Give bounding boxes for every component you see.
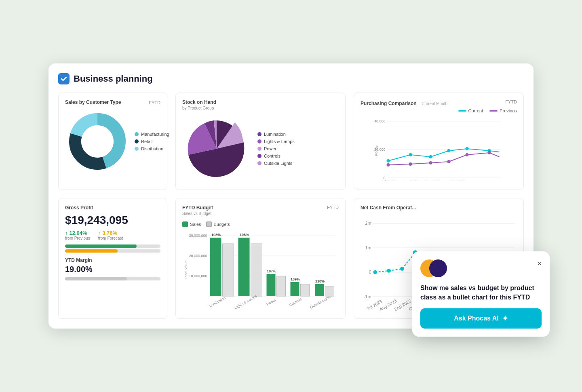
progress-bar-green (65, 244, 160, 248)
lights-lamps-dot (257, 139, 261, 143)
progress-bars (65, 244, 160, 253)
ai-popup: × Show me sales vs budget by product cla… (412, 251, 550, 337)
svg-text:Power: Power (266, 298, 276, 306)
bar-outside-sales (315, 284, 324, 296)
svg-point-16 (466, 147, 469, 150)
donut-chart (65, 109, 130, 174)
gross-amount: $19,243,095 (65, 214, 160, 227)
sales-legend-item: Sales (182, 221, 201, 227)
netcash-title: Net Cash From Operat... (361, 205, 517, 211)
metric-previous: ↑ 12.04% from Previous (65, 230, 90, 240)
progress-fill-green (65, 244, 137, 248)
sales-legend: Manufacturing Retail Distribution (135, 132, 169, 151)
controls-dot (257, 154, 261, 158)
legend-retail: Retail (135, 139, 169, 144)
metric-forecast-value: ↑ 3.76% (98, 230, 123, 236)
close-button[interactable]: × (537, 259, 542, 268)
previous-line (489, 110, 498, 112)
purchasing-title: Purchasing Comparison (361, 101, 417, 106)
svg-text:40,000: 40,000 (374, 119, 386, 123)
svg-text:Sep 2023: Sep 2023 (425, 180, 441, 181)
bar-power-sales (267, 274, 276, 296)
sales-color-box (182, 221, 188, 227)
svg-text:10,000,000: 10,000,000 (189, 274, 207, 278)
svg-point-13 (409, 153, 412, 156)
svg-text:-1m: -1m (364, 294, 371, 299)
svg-point-4 (81, 125, 114, 158)
bar-power-budget (277, 276, 286, 296)
bar-lights-sales (238, 238, 250, 296)
legend-lights-lamps: Lights & Lamps (257, 139, 295, 144)
svg-text:0: 0 (383, 176, 385, 180)
budgets-legend-item: Budgets (206, 221, 230, 227)
legend-power: Power (257, 146, 295, 151)
metric-previous-label: from Previous (65, 236, 90, 240)
svg-text:110%: 110% (315, 279, 325, 283)
svg-point-54 (373, 270, 377, 274)
svg-text:Aug 2023: Aug 2023 (403, 180, 418, 181)
stock-title: Stock on Hand (182, 99, 216, 105)
budget-title: FYTD Budget (182, 205, 213, 211)
svg-text:109%: 109% (291, 277, 300, 281)
ask-phocas-button[interactable]: Ask Phocas AI ✦ (420, 308, 542, 329)
stock-legend: Lumination Lights & Lamps Power Con (257, 132, 295, 166)
outer-container: Business planning Sales by Customer Type… (48, 63, 534, 329)
purchasing-line-chart: 40,000 20,000 0 PO Qty (361, 116, 517, 181)
svg-point-15 (447, 149, 451, 152)
stock-subtitle: by Product Group (182, 106, 216, 110)
svg-point-12 (387, 159, 390, 162)
svg-text:2m: 2m (365, 221, 371, 226)
legend-manufacturing: Manufacturing (135, 132, 169, 137)
legend-distribution: Distribution (135, 146, 169, 151)
arrow-up-icon-green: ↑ (65, 230, 68, 236)
legend-controls: Controls (257, 154, 295, 158)
metric-forecast: ↑ 3.76% from Forecast (98, 230, 123, 240)
svg-point-19 (409, 162, 412, 166)
svg-point-56 (400, 267, 404, 271)
progress-bar-amber (65, 249, 160, 253)
dashboard-icon (58, 73, 70, 84)
svg-point-22 (466, 153, 469, 156)
bar-lumination-budget (223, 244, 234, 296)
metric-forecast-label: from Forecast (98, 236, 123, 240)
svg-text:Oct 2023: Oct 2023 (449, 180, 464, 181)
stock-content: Lumination Lights & Lamps Power Con (182, 114, 339, 183)
purchasing-title-row: Purchasing Comparison Current Month FYTD (361, 99, 517, 107)
logo-dark-circle (429, 259, 447, 277)
svg-point-21 (447, 160, 451, 163)
manufacturing-dot (135, 132, 139, 136)
legend-previous: Previous (489, 108, 517, 113)
purchasing-panel: Purchasing Comparison Current Month FYTD… (354, 93, 524, 190)
lumination-dot (257, 132, 261, 136)
purchasing-badge: FYTD (505, 99, 517, 104)
svg-text:Outside Lights: Outside Lights (310, 294, 332, 310)
legend-outside-lights: Outside Lights (257, 161, 295, 166)
dashboard-header: Business planning (58, 73, 524, 84)
bar-lights-budget (251, 244, 262, 296)
svg-point-20 (429, 161, 432, 164)
bar-controls-sales (291, 282, 299, 296)
svg-text:1m: 1m (365, 245, 371, 250)
page-title: Business planning (74, 74, 153, 84)
budget-badge: FYTD (327, 205, 339, 210)
ask-phocas-label: Ask Phocas AI (454, 315, 499, 322)
ytd-fill (65, 277, 127, 280)
ai-message: Show me sales vs budget by product class… (420, 284, 542, 302)
gross-title: Gross Profit (65, 205, 160, 211)
sales-title: Sales by Customer Type (65, 99, 121, 105)
sales-panel: Sales by Customer Type FYTD (58, 93, 167, 190)
bar-lumination-sales (210, 238, 221, 296)
retail-dot (135, 139, 139, 143)
ytd-margin-value: 19.00% (65, 265, 160, 274)
arrow-up-icon-amber: ↑ (98, 230, 101, 236)
svg-point-23 (488, 151, 491, 154)
svg-point-14 (429, 155, 432, 158)
purchasing-legend: Current Previous (361, 108, 517, 113)
gross-metrics: ↑ 12.04% from Previous ↑ 3.76% from Fore… (65, 230, 160, 240)
stock-panel: Stock on Hand by Product Group (175, 93, 346, 190)
dashboard-card: Business planning Sales by Customer Type… (48, 63, 534, 329)
svg-text:PO Qty: PO Qty (375, 145, 378, 156)
budget-legend: Sales Budgets (182, 221, 339, 227)
legend-lumination: Lumination (257, 132, 295, 137)
outside-lights-dot (257, 161, 261, 165)
